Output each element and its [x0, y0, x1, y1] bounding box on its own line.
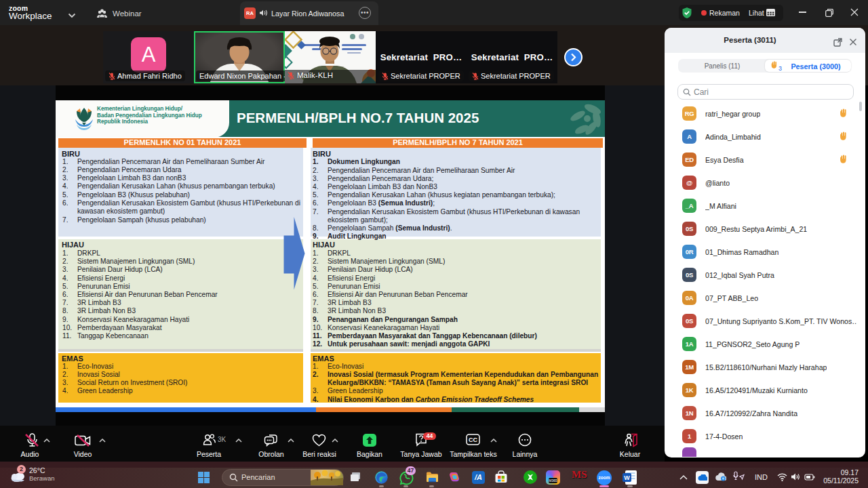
svg-text:CC: CC: [469, 436, 477, 443]
svg-text:W: W: [624, 474, 630, 481]
